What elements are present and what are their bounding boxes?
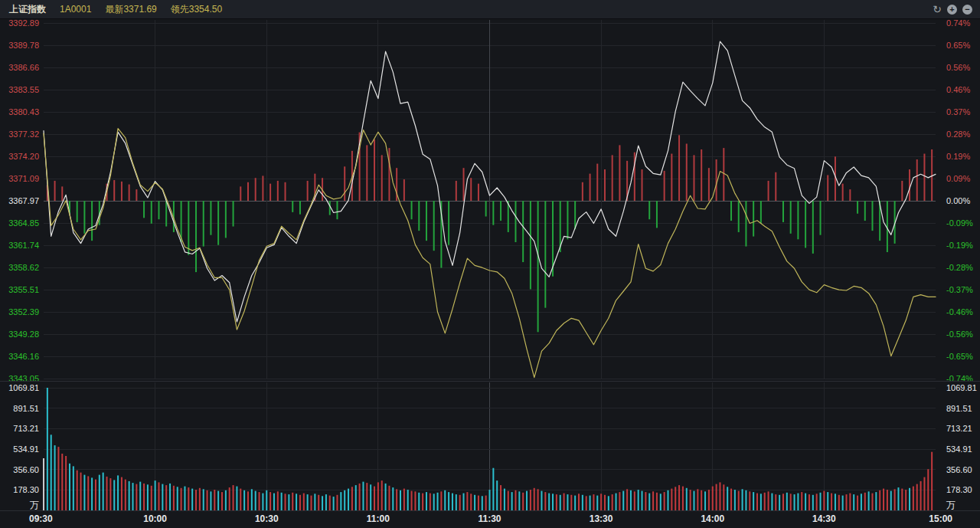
volume-bar bbox=[831, 494, 832, 510]
volume-bar bbox=[801, 492, 802, 510]
volume-bar bbox=[544, 492, 546, 510]
refresh-icon[interactable]: ↻ bbox=[933, 4, 942, 15]
volume-bar bbox=[214, 490, 215, 510]
strength-bar-down bbox=[790, 201, 792, 234]
volume-bar bbox=[203, 489, 204, 510]
volume-bar bbox=[173, 486, 175, 510]
volume-bar bbox=[492, 468, 494, 510]
volume-bar bbox=[87, 476, 89, 510]
volume-bar bbox=[80, 473, 82, 510]
strength-bar-up bbox=[842, 184, 844, 201]
volume-bar bbox=[489, 490, 491, 510]
volume-bar bbox=[414, 491, 416, 510]
header-toolbar: ↻ + − bbox=[933, 4, 980, 15]
strength-bar-down bbox=[77, 201, 78, 222]
strength-bar-down bbox=[745, 201, 746, 247]
volume-bar bbox=[797, 494, 799, 510]
strength-bar-up bbox=[129, 185, 130, 201]
volume-bar bbox=[303, 494, 305, 510]
strength-bar-up bbox=[901, 181, 903, 201]
volume-bar bbox=[348, 489, 349, 510]
price-axis-left-label: 3367.97 bbox=[8, 196, 39, 205]
volume-bar bbox=[43, 458, 44, 510]
strength-bar-down bbox=[143, 201, 145, 218]
volume-bar bbox=[526, 491, 528, 510]
volume-bar bbox=[400, 490, 401, 510]
volume-bar bbox=[626, 489, 628, 510]
volume-bar bbox=[697, 489, 698, 510]
percent-axis-right-label: 0.19% bbox=[946, 152, 970, 161]
intraday-chart[interactable]: 3392.893389.783386.663383.553380.433377.… bbox=[0, 0, 980, 528]
volume-bar bbox=[645, 492, 646, 510]
volume-bar bbox=[463, 494, 465, 510]
volume-bar bbox=[177, 487, 178, 510]
volume-axis-label: 891.51 bbox=[946, 404, 972, 413]
volume-bar bbox=[273, 494, 275, 510]
volume-bar bbox=[188, 487, 189, 510]
volume-bar bbox=[756, 494, 758, 510]
volume-bar bbox=[660, 494, 662, 510]
volume-bar bbox=[723, 484, 724, 510]
volume-bar bbox=[570, 495, 572, 510]
volume-bar bbox=[181, 488, 182, 510]
volume-bar bbox=[782, 494, 784, 510]
percent-axis-right-label: -0.65% bbox=[946, 352, 973, 361]
strength-bar-up bbox=[366, 145, 368, 201]
volume-bar bbox=[537, 489, 539, 510]
volume-bar bbox=[139, 482, 141, 510]
volume-bar bbox=[701, 490, 702, 510]
strength-bar-up bbox=[775, 172, 776, 201]
volume-bar bbox=[344, 490, 345, 510]
strength-bar-up bbox=[590, 174, 591, 201]
volume-bar bbox=[229, 487, 230, 510]
strength-bar-down bbox=[433, 201, 435, 251]
price-axis-left-label: 3377.32 bbox=[8, 130, 39, 139]
strength-bar-down bbox=[83, 201, 85, 234]
volume-bar bbox=[652, 491, 654, 510]
volume-bar bbox=[47, 388, 48, 510]
volume-bar bbox=[742, 489, 743, 510]
strength-bar-down bbox=[753, 201, 754, 237]
volume-bar bbox=[638, 490, 639, 510]
volume-bar bbox=[355, 485, 357, 510]
strength-bar-down bbox=[195, 201, 197, 272]
volume-bar bbox=[816, 494, 818, 510]
volume-bar bbox=[99, 475, 100, 510]
strength-bar-up bbox=[255, 178, 256, 201]
strength-bar-up bbox=[285, 182, 286, 201]
price-axis-left-label: 3386.66 bbox=[8, 63, 39, 72]
volume-bar bbox=[504, 489, 505, 510]
price-axis-left-label: 3361.74 bbox=[8, 241, 39, 250]
volume-bar bbox=[106, 477, 108, 510]
strength-bar-down bbox=[648, 201, 650, 219]
price-axis-left-label: 3358.62 bbox=[8, 263, 39, 272]
volume-bar bbox=[266, 490, 267, 510]
volume-bar bbox=[842, 496, 844, 510]
header: 上证指数 1A0001 最新3371.69 领先3354.50 ↻ + − bbox=[0, 0, 980, 19]
zoom-in-icon[interactable]: + bbox=[947, 5, 957, 15]
volume-bar bbox=[65, 456, 67, 510]
volume-bar bbox=[388, 486, 390, 510]
volume-bar bbox=[812, 495, 814, 510]
volume-bar bbox=[600, 494, 602, 510]
volume-bar bbox=[909, 488, 910, 510]
volume-axis-label: 178.30 bbox=[946, 485, 972, 494]
volume-bar bbox=[456, 494, 457, 510]
volume-bar bbox=[136, 484, 137, 510]
price-axis-left-label: 3380.43 bbox=[8, 107, 39, 116]
strength-bar-up bbox=[619, 145, 620, 201]
percent-axis-right-label: -0.37% bbox=[946, 285, 973, 294]
volume-bar bbox=[820, 493, 822, 510]
strength-bar-up bbox=[916, 159, 918, 201]
stock-chart-app: 上证指数 1A0001 最新3371.69 领先3354.50 ↻ + − 33… bbox=[0, 0, 980, 528]
volume-bar bbox=[478, 496, 479, 510]
volume-bar bbox=[864, 493, 866, 510]
zoom-out-icon[interactable]: − bbox=[962, 5, 972, 15]
strength-bar-down bbox=[574, 201, 576, 229]
strength-bar-up bbox=[678, 135, 680, 201]
strength-bar-up bbox=[113, 180, 115, 201]
volume-bar bbox=[132, 483, 134, 510]
index-code: 1A0001 bbox=[60, 4, 91, 15]
time-axis-label: 13:30 bbox=[590, 513, 613, 524]
volume-bar bbox=[808, 494, 810, 510]
